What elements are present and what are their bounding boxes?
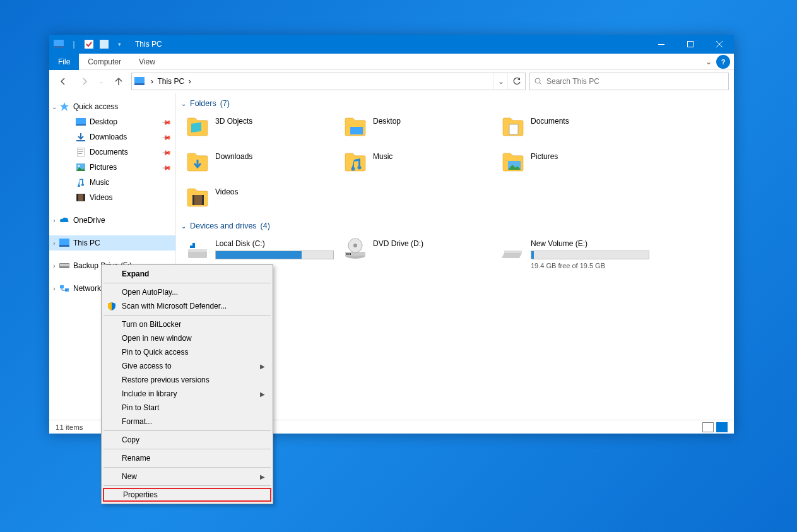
svg-rect-3 bbox=[100, 40, 109, 49]
sidebar-item-label: Downloads bbox=[90, 133, 127, 141]
menu-open-autoplay[interactable]: Open AutoPlay... bbox=[103, 285, 271, 299]
menu-format[interactable]: Format... bbox=[103, 415, 271, 429]
sidebar-onedrive[interactable]: ›OneDrive bbox=[49, 213, 175, 228]
menu-include-in-library[interactable]: Include in library▶ bbox=[103, 387, 271, 401]
ribbon-expand-icon[interactable]: ⌄ bbox=[702, 54, 715, 69]
sidebar-item-music[interactable]: Music bbox=[49, 175, 175, 190]
app-icon bbox=[52, 37, 66, 51]
svg-rect-25 bbox=[60, 264, 69, 266]
forward-button[interactable] bbox=[76, 73, 93, 90]
menu-separator bbox=[103, 430, 271, 431]
drive-label: DVD Drive (D:) bbox=[373, 238, 423, 248]
folder-icon bbox=[502, 151, 524, 174]
breadcrumb[interactable]: › This PC › bbox=[147, 77, 195, 86]
svg-rect-26 bbox=[60, 285, 64, 288]
folder-icon bbox=[186, 115, 209, 138]
qat-properties-icon[interactable] bbox=[82, 37, 96, 51]
sidebar-item-videos[interactable]: Videos bbox=[49, 190, 175, 205]
svg-rect-11 bbox=[76, 140, 85, 141]
location-icon bbox=[132, 77, 147, 86]
quick-access-toolbar: | ▾ bbox=[49, 37, 129, 51]
context-menu: ExpandOpen AutoPlay...Scan with Microsof… bbox=[101, 264, 273, 504]
svg-rect-43 bbox=[188, 249, 207, 252]
sidebar-this-pc[interactable]: ›This PC bbox=[49, 235, 175, 251]
menu-item-label: Pin to Start bbox=[122, 403, 159, 412]
folder-music[interactable]: Music bbox=[339, 148, 497, 184]
drive-free-space: 19.4 GB free of 19.5 GB bbox=[531, 262, 649, 269]
search-box[interactable] bbox=[529, 73, 729, 90]
drive-icon bbox=[502, 238, 524, 261]
ribbon-tab-file[interactable]: File bbox=[49, 54, 79, 70]
menu-expand[interactable]: Expand bbox=[103, 267, 271, 281]
shield-icon bbox=[107, 302, 117, 310]
menu-item-label: Properties bbox=[123, 490, 158, 499]
svg-rect-4 bbox=[658, 44, 664, 45]
menu-item-label: Scan with Microsoft Defender... bbox=[122, 302, 227, 310]
menu-pin-to-start[interactable]: Pin to Start bbox=[103, 401, 271, 415]
folder-icon bbox=[344, 151, 367, 174]
svg-rect-13 bbox=[78, 150, 83, 150]
folder-documents[interactable]: Documents bbox=[497, 113, 654, 148]
menu-separator bbox=[103, 467, 271, 468]
search-icon bbox=[534, 77, 543, 86]
folder-label: Documents bbox=[531, 115, 569, 126]
window-title: This PC bbox=[135, 40, 162, 49]
menu-scan-with-microsoft-defender[interactable]: Scan with Microsoft Defender... bbox=[103, 299, 271, 313]
folder-downloads[interactable]: Downloads bbox=[181, 148, 339, 184]
menu-properties[interactable]: Properties bbox=[103, 488, 271, 502]
menu-rename[interactable]: Rename bbox=[103, 451, 271, 465]
sidebar-item-label: Music bbox=[90, 178, 109, 187]
ribbon-tab-view[interactable]: View bbox=[130, 54, 164, 70]
menu-copy[interactable]: Copy bbox=[103, 433, 271, 447]
menu-open-in-new-window[interactable]: Open in new window bbox=[103, 331, 271, 345]
folder-icon bbox=[186, 151, 209, 174]
sidebar-item-pictures[interactable]: Pictures📌 bbox=[49, 160, 175, 175]
folder-videos[interactable]: Videos bbox=[181, 184, 339, 219]
search-input[interactable] bbox=[546, 77, 724, 86]
drives-section-header[interactable]: ⌄Devices and drives (4) bbox=[181, 222, 734, 230]
up-button[interactable] bbox=[110, 73, 127, 90]
folder-desktop[interactable]: Desktop bbox=[339, 113, 497, 148]
details-view-icon[interactable] bbox=[702, 422, 714, 432]
close-button[interactable] bbox=[705, 35, 734, 54]
sidebar-item-label: Pictures bbox=[90, 163, 117, 172]
tiles-view-icon[interactable] bbox=[716, 422, 728, 432]
sidebar-item-documents[interactable]: Documents📌 bbox=[49, 145, 175, 160]
svg-rect-35 bbox=[345, 156, 365, 171]
back-button[interactable] bbox=[54, 73, 72, 90]
menu-give-access-to[interactable]: Give access to▶ bbox=[103, 359, 271, 373]
qat-dropdown-icon[interactable]: ▾ bbox=[112, 37, 126, 51]
menu-item-label: Rename bbox=[122, 454, 150, 463]
sidebar-item-label: Quick access bbox=[73, 102, 118, 111]
folder-3d-objects[interactable]: 3D Objects bbox=[181, 113, 339, 148]
drive-icon: DVD bbox=[344, 238, 367, 261]
address-bar[interactable]: › This PC › ⌄ bbox=[131, 73, 526, 90]
menu-item-label: Pin to Quick access bbox=[122, 348, 188, 357]
refresh-button[interactable] bbox=[507, 73, 525, 90]
folders-section-header[interactable]: ⌄Folders (7) bbox=[181, 99, 734, 108]
sidebar-item-label: Desktop bbox=[90, 117, 117, 126]
address-dropdown-icon[interactable]: ⌄ bbox=[493, 73, 507, 90]
drive-2[interactable]: New Volume (E:)19.4 GB free of 19.5 GB bbox=[497, 235, 654, 271]
svg-rect-5 bbox=[688, 42, 694, 47]
svg-point-17 bbox=[78, 165, 80, 167]
drive-1[interactable]: DVDDVD Drive (D:) bbox=[339, 235, 497, 271]
sidebar-item-desktop[interactable]: Desktop📌 bbox=[49, 114, 175, 129]
chevron-down-icon: ⌄ bbox=[181, 100, 186, 107]
maximize-button[interactable] bbox=[676, 35, 705, 54]
ribbon-tab-computer[interactable]: Computer bbox=[79, 54, 130, 70]
menu-new[interactable]: New▶ bbox=[103, 470, 271, 483]
folder-pictures[interactable]: Pictures bbox=[497, 148, 654, 184]
sidebar-item-label: Documents bbox=[90, 148, 128, 157]
minimize-button[interactable] bbox=[647, 35, 676, 54]
sidebar-item-downloads[interactable]: Downloads📌 bbox=[49, 129, 175, 145]
menu-turn-on-bitlocker[interactable]: Turn on BitLocker bbox=[103, 317, 271, 331]
recent-dropdown-icon[interactable]: ⌄ bbox=[97, 73, 106, 90]
qat-newfolder-icon[interactable] bbox=[97, 37, 111, 51]
sidebar-quick-access[interactable]: ⌄Quick access bbox=[49, 99, 175, 114]
folder-label: Downloads bbox=[215, 151, 252, 161]
help-icon[interactable]: ? bbox=[716, 55, 730, 69]
menu-item-label: Open AutoPlay... bbox=[122, 288, 178, 297]
menu-restore-previous-versions[interactable]: Restore previous versions bbox=[103, 373, 271, 387]
menu-pin-to-quick-access[interactable]: Pin to Quick access bbox=[103, 345, 271, 359]
